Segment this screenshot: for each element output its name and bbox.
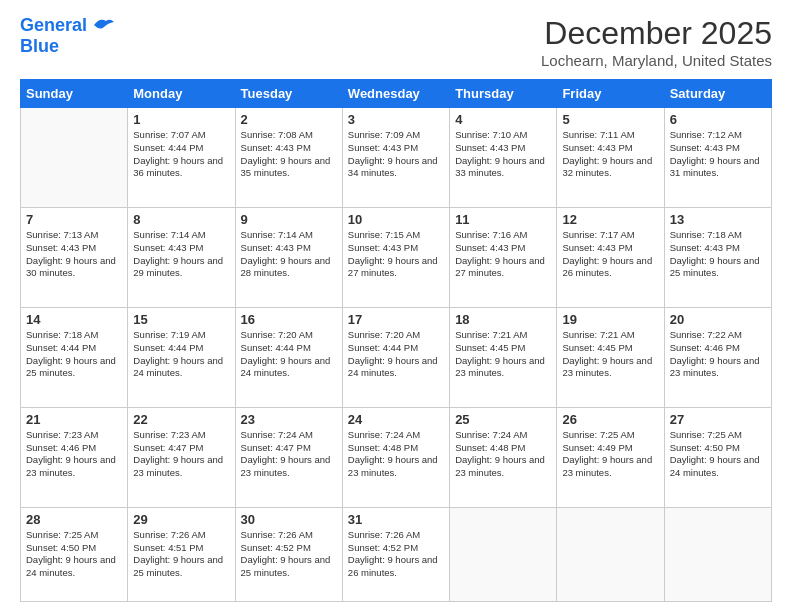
table-row: 16Sunrise: 7:20 AMSunset: 4:44 PMDayligh… — [235, 307, 342, 407]
table-row: 28Sunrise: 7:25 AMSunset: 4:50 PMDayligh… — [21, 507, 128, 601]
table-row: 20Sunrise: 7:22 AMSunset: 4:46 PMDayligh… — [664, 307, 771, 407]
day-number: 10 — [348, 212, 444, 227]
table-row: 17Sunrise: 7:20 AMSunset: 4:44 PMDayligh… — [342, 307, 449, 407]
table-row: 19Sunrise: 7:21 AMSunset: 4:45 PMDayligh… — [557, 307, 664, 407]
table-row — [664, 507, 771, 601]
header-tuesday: Tuesday — [235, 80, 342, 108]
table-row — [557, 507, 664, 601]
day-info: Sunrise: 7:20 AMSunset: 4:44 PMDaylight:… — [348, 329, 444, 380]
table-row: 25Sunrise: 7:24 AMSunset: 4:48 PMDayligh… — [450, 407, 557, 507]
header-wednesday: Wednesday — [342, 80, 449, 108]
day-info: Sunrise: 7:25 AMSunset: 4:50 PMDaylight:… — [26, 529, 122, 580]
day-info: Sunrise: 7:21 AMSunset: 4:45 PMDaylight:… — [562, 329, 658, 380]
header-friday: Friday — [557, 80, 664, 108]
day-info: Sunrise: 7:26 AMSunset: 4:52 PMDaylight:… — [241, 529, 337, 580]
table-row: 9Sunrise: 7:14 AMSunset: 4:43 PMDaylight… — [235, 207, 342, 307]
day-number: 22 — [133, 412, 229, 427]
day-info: Sunrise: 7:24 AMSunset: 4:47 PMDaylight:… — [241, 429, 337, 480]
header-sunday: Sunday — [21, 80, 128, 108]
table-row: 7Sunrise: 7:13 AMSunset: 4:43 PMDaylight… — [21, 207, 128, 307]
day-number: 11 — [455, 212, 551, 227]
day-number: 26 — [562, 412, 658, 427]
day-info: Sunrise: 7:07 AMSunset: 4:44 PMDaylight:… — [133, 129, 229, 180]
day-number: 4 — [455, 112, 551, 127]
day-number: 17 — [348, 312, 444, 327]
day-number: 28 — [26, 512, 122, 527]
header-saturday: Saturday — [664, 80, 771, 108]
table-row: 18Sunrise: 7:21 AMSunset: 4:45 PMDayligh… — [450, 307, 557, 407]
day-number: 31 — [348, 512, 444, 527]
table-row: 14Sunrise: 7:18 AMSunset: 4:44 PMDayligh… — [21, 307, 128, 407]
table-row: 5Sunrise: 7:11 AMSunset: 4:43 PMDaylight… — [557, 108, 664, 208]
day-info: Sunrise: 7:10 AMSunset: 4:43 PMDaylight:… — [455, 129, 551, 180]
day-number: 15 — [133, 312, 229, 327]
day-info: Sunrise: 7:23 AMSunset: 4:46 PMDaylight:… — [26, 429, 122, 480]
day-number: 19 — [562, 312, 658, 327]
day-number: 6 — [670, 112, 766, 127]
day-info: Sunrise: 7:16 AMSunset: 4:43 PMDaylight:… — [455, 229, 551, 280]
table-row: 21Sunrise: 7:23 AMSunset: 4:46 PMDayligh… — [21, 407, 128, 507]
table-row: 26Sunrise: 7:25 AMSunset: 4:49 PMDayligh… — [557, 407, 664, 507]
day-info: Sunrise: 7:22 AMSunset: 4:46 PMDaylight:… — [670, 329, 766, 380]
header-thursday: Thursday — [450, 80, 557, 108]
day-number: 5 — [562, 112, 658, 127]
day-info: Sunrise: 7:14 AMSunset: 4:43 PMDaylight:… — [241, 229, 337, 280]
table-row — [21, 108, 128, 208]
day-number: 2 — [241, 112, 337, 127]
day-info: Sunrise: 7:21 AMSunset: 4:45 PMDaylight:… — [455, 329, 551, 380]
day-number: 20 — [670, 312, 766, 327]
table-row: 4Sunrise: 7:10 AMSunset: 4:43 PMDaylight… — [450, 108, 557, 208]
day-info: Sunrise: 7:25 AMSunset: 4:49 PMDaylight:… — [562, 429, 658, 480]
day-info: Sunrise: 7:24 AMSunset: 4:48 PMDaylight:… — [348, 429, 444, 480]
logo-bird-icon — [92, 17, 114, 33]
day-number: 16 — [241, 312, 337, 327]
table-row: 23Sunrise: 7:24 AMSunset: 4:47 PMDayligh… — [235, 407, 342, 507]
day-number: 8 — [133, 212, 229, 227]
day-info: Sunrise: 7:18 AMSunset: 4:44 PMDaylight:… — [26, 329, 122, 380]
day-info: Sunrise: 7:09 AMSunset: 4:43 PMDaylight:… — [348, 129, 444, 180]
day-number: 23 — [241, 412, 337, 427]
day-info: Sunrise: 7:14 AMSunset: 4:43 PMDaylight:… — [133, 229, 229, 280]
table-row: 29Sunrise: 7:26 AMSunset: 4:51 PMDayligh… — [128, 507, 235, 601]
day-info: Sunrise: 7:13 AMSunset: 4:43 PMDaylight:… — [26, 229, 122, 280]
calendar-header-row: Sunday Monday Tuesday Wednesday Thursday… — [21, 80, 772, 108]
day-info: Sunrise: 7:18 AMSunset: 4:43 PMDaylight:… — [670, 229, 766, 280]
table-row: 10Sunrise: 7:15 AMSunset: 4:43 PMDayligh… — [342, 207, 449, 307]
day-info: Sunrise: 7:11 AMSunset: 4:43 PMDaylight:… — [562, 129, 658, 180]
day-number: 1 — [133, 112, 229, 127]
logo: General Blue — [20, 15, 114, 56]
day-number: 29 — [133, 512, 229, 527]
logo-general: General — [20, 15, 87, 35]
day-number: 14 — [26, 312, 122, 327]
day-number: 30 — [241, 512, 337, 527]
table-row: 2Sunrise: 7:08 AMSunset: 4:43 PMDaylight… — [235, 108, 342, 208]
day-number: 25 — [455, 412, 551, 427]
day-info: Sunrise: 7:20 AMSunset: 4:44 PMDaylight:… — [241, 329, 337, 380]
day-info: Sunrise: 7:25 AMSunset: 4:50 PMDaylight:… — [670, 429, 766, 480]
day-number: 24 — [348, 412, 444, 427]
day-info: Sunrise: 7:19 AMSunset: 4:44 PMDaylight:… — [133, 329, 229, 380]
table-row: 31Sunrise: 7:26 AMSunset: 4:52 PMDayligh… — [342, 507, 449, 601]
main-title: December 2025 — [541, 15, 772, 52]
table-row: 1Sunrise: 7:07 AMSunset: 4:44 PMDaylight… — [128, 108, 235, 208]
table-row: 27Sunrise: 7:25 AMSunset: 4:50 PMDayligh… — [664, 407, 771, 507]
table-row: 13Sunrise: 7:18 AMSunset: 4:43 PMDayligh… — [664, 207, 771, 307]
table-row: 3Sunrise: 7:09 AMSunset: 4:43 PMDaylight… — [342, 108, 449, 208]
day-number: 7 — [26, 212, 122, 227]
table-row — [450, 507, 557, 601]
header: General Blue December 2025 Lochearn, Mar… — [20, 15, 772, 69]
title-section: December 2025 Lochearn, Maryland, United… — [541, 15, 772, 69]
day-info: Sunrise: 7:26 AMSunset: 4:51 PMDaylight:… — [133, 529, 229, 580]
day-info: Sunrise: 7:15 AMSunset: 4:43 PMDaylight:… — [348, 229, 444, 280]
table-row: 12Sunrise: 7:17 AMSunset: 4:43 PMDayligh… — [557, 207, 664, 307]
subtitle: Lochearn, Maryland, United States — [541, 52, 772, 69]
day-number: 12 — [562, 212, 658, 227]
day-number: 21 — [26, 412, 122, 427]
day-number: 13 — [670, 212, 766, 227]
table-row: 15Sunrise: 7:19 AMSunset: 4:44 PMDayligh… — [128, 307, 235, 407]
calendar-table: Sunday Monday Tuesday Wednesday Thursday… — [20, 79, 772, 602]
day-info: Sunrise: 7:26 AMSunset: 4:52 PMDaylight:… — [348, 529, 444, 580]
logo-blue: Blue — [20, 36, 114, 57]
day-info: Sunrise: 7:08 AMSunset: 4:43 PMDaylight:… — [241, 129, 337, 180]
table-row: 22Sunrise: 7:23 AMSunset: 4:47 PMDayligh… — [128, 407, 235, 507]
